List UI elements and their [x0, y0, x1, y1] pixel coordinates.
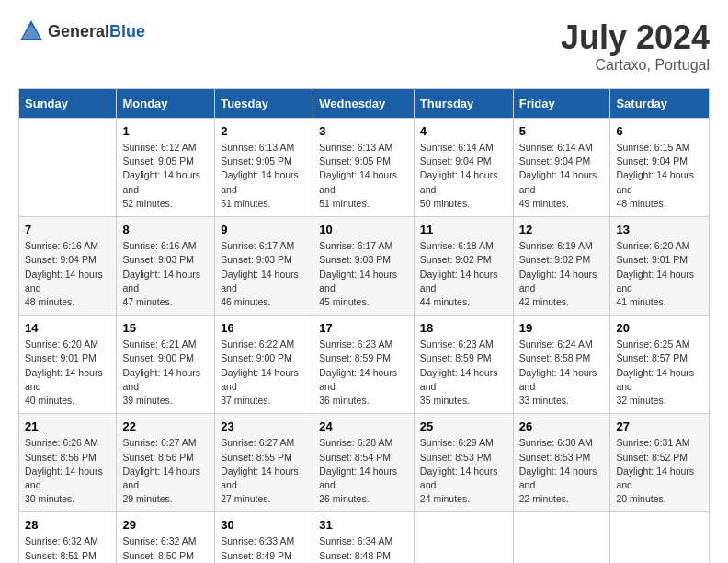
- day-number: 23: [221, 419, 307, 433]
- day-number: 4: [420, 124, 507, 138]
- weekday-header-wednesday: Wednesday: [313, 89, 415, 119]
- calendar-cell: 14Sunrise: 6:20 AMSunset: 9:01 PMDayligh…: [19, 316, 117, 414]
- calendar-cell: 23Sunrise: 6:27 AMSunset: 8:55 PMDayligh…: [215, 414, 313, 512]
- day-info: Sunrise: 6:30 AMSunset: 8:53 PMDaylight:…: [519, 436, 605, 506]
- week-row-5: 28Sunrise: 6:32 AMSunset: 8:51 PMDayligh…: [19, 512, 710, 563]
- calendar-cell: 26Sunrise: 6:30 AMSunset: 8:53 PMDayligh…: [513, 414, 610, 512]
- calendar-cell: [610, 512, 710, 563]
- day-number: 10: [319, 223, 408, 236]
- day-info: Sunrise: 6:17 AMSunset: 9:03 PMDaylight:…: [319, 239, 408, 309]
- day-info: Sunrise: 6:26 AMSunset: 8:56 PMDaylight:…: [25, 436, 110, 506]
- calendar-cell: 31Sunrise: 6:34 AMSunset: 8:48 PMDayligh…: [313, 512, 415, 563]
- calendar-cell: 18Sunrise: 6:23 AMSunset: 8:59 PMDayligh…: [414, 316, 513, 414]
- day-number: 21: [25, 419, 110, 433]
- week-row-4: 21Sunrise: 6:26 AMSunset: 8:56 PMDayligh…: [19, 414, 710, 512]
- day-info: Sunrise: 6:27 AMSunset: 8:55 PMDaylight:…: [221, 436, 307, 506]
- weekday-header-friday: Friday: [513, 89, 610, 119]
- calendar-cell: 19Sunrise: 6:24 AMSunset: 8:58 PMDayligh…: [513, 316, 610, 414]
- day-info: Sunrise: 6:13 AMSunset: 9:05 PMDaylight:…: [319, 141, 408, 211]
- svg-marker-1: [22, 24, 40, 39]
- logo-blue-text: Blue: [109, 22, 145, 40]
- calendar-cell: 30Sunrise: 6:33 AMSunset: 8:49 PMDayligh…: [215, 512, 313, 563]
- day-info: Sunrise: 6:33 AMSunset: 8:49 PMDaylight:…: [221, 534, 307, 563]
- day-info: Sunrise: 6:21 AMSunset: 9:00 PMDaylight:…: [122, 338, 209, 408]
- weekday-header-row: SundayMondayTuesdayWednesdayThursdayFrid…: [19, 89, 710, 119]
- weekday-header-thursday: Thursday: [414, 89, 513, 119]
- calendar-cell: [19, 119, 117, 217]
- calendar-cell: 21Sunrise: 6:26 AMSunset: 8:56 PMDayligh…: [19, 414, 117, 512]
- day-number: 17: [319, 321, 408, 335]
- week-row-3: 14Sunrise: 6:20 AMSunset: 9:01 PMDayligh…: [19, 316, 710, 414]
- day-info: Sunrise: 6:24 AMSunset: 8:58 PMDaylight:…: [519, 338, 605, 408]
- day-number: 18: [420, 321, 507, 335]
- day-number: 15: [122, 321, 209, 335]
- weekday-header-monday: Monday: [117, 89, 215, 119]
- day-number: 29: [122, 518, 209, 532]
- day-number: 22: [122, 419, 209, 433]
- day-number: 13: [616, 223, 703, 236]
- calendar-cell: 15Sunrise: 6:21 AMSunset: 9:00 PMDayligh…: [117, 316, 215, 414]
- weekday-header-tuesday: Tuesday: [215, 89, 313, 119]
- calendar-cell: 17Sunrise: 6:23 AMSunset: 8:59 PMDayligh…: [313, 316, 415, 414]
- calendar-cell: 22Sunrise: 6:27 AMSunset: 8:56 PMDayligh…: [117, 414, 215, 512]
- day-info: Sunrise: 6:22 AMSunset: 9:00 PMDaylight:…: [221, 338, 307, 408]
- calendar-cell: 16Sunrise: 6:22 AMSunset: 9:00 PMDayligh…: [215, 316, 313, 414]
- month-year-title: July 2024: [561, 18, 710, 57]
- day-number: 16: [221, 321, 307, 335]
- day-number: 1: [122, 124, 209, 138]
- day-number: 28: [25, 518, 110, 532]
- calendar-cell: 8Sunrise: 6:16 AMSunset: 9:03 PMDaylight…: [117, 217, 215, 316]
- calendar-cell: 11Sunrise: 6:18 AMSunset: 9:02 PMDayligh…: [414, 217, 513, 316]
- day-number: 20: [616, 321, 703, 335]
- day-info: Sunrise: 6:17 AMSunset: 9:03 PMDaylight:…: [221, 239, 307, 309]
- day-info: Sunrise: 6:14 AMSunset: 9:04 PMDaylight:…: [420, 141, 507, 211]
- day-info: Sunrise: 6:23 AMSunset: 8:59 PMDaylight:…: [319, 338, 408, 408]
- day-info: Sunrise: 6:18 AMSunset: 9:02 PMDaylight:…: [420, 239, 507, 309]
- calendar-cell: 7Sunrise: 6:16 AMSunset: 9:04 PMDaylight…: [19, 217, 117, 316]
- day-number: 26: [519, 419, 605, 433]
- day-info: Sunrise: 6:14 AMSunset: 9:04 PMDaylight:…: [519, 141, 605, 211]
- day-info: Sunrise: 6:25 AMSunset: 8:57 PMDaylight:…: [616, 338, 703, 408]
- calendar-cell: 2Sunrise: 6:13 AMSunset: 9:05 PMDaylight…: [215, 119, 313, 217]
- calendar-cell: 29Sunrise: 6:32 AMSunset: 8:50 PMDayligh…: [117, 512, 215, 563]
- calendar-cell: 25Sunrise: 6:29 AMSunset: 8:53 PMDayligh…: [414, 414, 513, 512]
- logo: GeneralBlue: [18, 18, 145, 44]
- day-number: 30: [221, 518, 307, 532]
- calendar-cell: [513, 512, 610, 563]
- calendar-cell: 4Sunrise: 6:14 AMSunset: 9:04 PMDaylight…: [414, 119, 513, 217]
- page-header: GeneralBlue July 2024 Cartaxo, Portugal: [18, 18, 710, 74]
- week-row-2: 7Sunrise: 6:16 AMSunset: 9:04 PMDaylight…: [19, 217, 710, 316]
- day-number: 27: [616, 419, 703, 433]
- day-info: Sunrise: 6:20 AMSunset: 9:01 PMDaylight:…: [616, 239, 703, 309]
- week-row-1: 1Sunrise: 6:12 AMSunset: 9:05 PMDaylight…: [19, 119, 710, 217]
- day-number: 19: [519, 321, 605, 335]
- weekday-header-sunday: Sunday: [19, 89, 117, 119]
- logo-general-text: General: [48, 22, 109, 40]
- day-info: Sunrise: 6:16 AMSunset: 9:03 PMDaylight:…: [122, 239, 209, 309]
- day-number: 25: [420, 419, 507, 433]
- calendar-cell: 27Sunrise: 6:31 AMSunset: 8:52 PMDayligh…: [610, 414, 710, 512]
- title-block: July 2024 Cartaxo, Portugal: [561, 18, 710, 74]
- location-subtitle: Cartaxo, Portugal: [561, 57, 710, 74]
- calendar-cell: 24Sunrise: 6:28 AMSunset: 8:54 PMDayligh…: [313, 414, 415, 512]
- day-number: 3: [319, 124, 408, 138]
- calendar-cell: 28Sunrise: 6:32 AMSunset: 8:51 PMDayligh…: [19, 512, 117, 563]
- calendar-cell: 3Sunrise: 6:13 AMSunset: 9:05 PMDaylight…: [313, 119, 415, 217]
- day-info: Sunrise: 6:12 AMSunset: 9:05 PMDaylight:…: [122, 141, 209, 211]
- day-number: 6: [616, 124, 703, 138]
- calendar-cell: 6Sunrise: 6:15 AMSunset: 9:04 PMDaylight…: [610, 119, 710, 217]
- day-number: 31: [319, 518, 408, 532]
- day-info: Sunrise: 6:27 AMSunset: 8:56 PMDaylight:…: [122, 436, 209, 506]
- day-info: Sunrise: 6:31 AMSunset: 8:52 PMDaylight:…: [616, 436, 703, 506]
- calendar-cell: 5Sunrise: 6:14 AMSunset: 9:04 PMDaylight…: [513, 119, 610, 217]
- day-info: Sunrise: 6:20 AMSunset: 9:01 PMDaylight:…: [25, 338, 110, 408]
- logo-icon: [18, 18, 44, 44]
- day-info: Sunrise: 6:28 AMSunset: 8:54 PMDaylight:…: [319, 436, 408, 506]
- day-number: 8: [122, 223, 209, 236]
- calendar-cell: 13Sunrise: 6:20 AMSunset: 9:01 PMDayligh…: [610, 217, 710, 316]
- calendar-cell: [414, 512, 513, 563]
- day-number: 12: [519, 223, 605, 236]
- day-info: Sunrise: 6:32 AMSunset: 8:50 PMDaylight:…: [122, 534, 209, 563]
- calendar-cell: 20Sunrise: 6:25 AMSunset: 8:57 PMDayligh…: [610, 316, 710, 414]
- day-number: 24: [319, 419, 408, 433]
